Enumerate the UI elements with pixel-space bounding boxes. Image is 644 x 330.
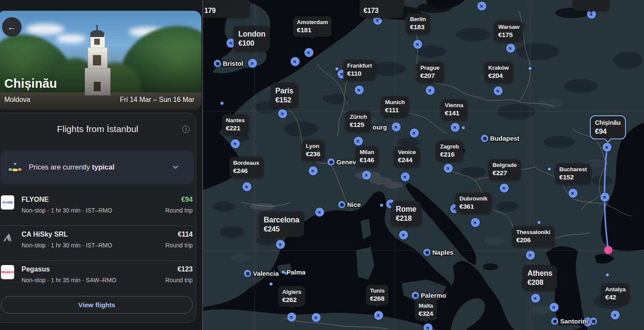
airport-marker[interactable]: ✈ xyxy=(410,129,419,138)
map-price-label-munich[interactable]: Munich€111 xyxy=(381,96,409,117)
label-price: €324 xyxy=(419,309,433,318)
map-price-label-dubrovnik[interactable]: Dubrovnik€361 xyxy=(456,193,491,213)
label-city-name: London xyxy=(238,29,265,39)
map-price-label-chisinau[interactable]: Chișinău€94 xyxy=(590,115,626,139)
info-icon[interactable]: i xyxy=(182,126,190,133)
price-insights-toggle[interactable]: Prices are currently typical xyxy=(1,151,194,184)
map-price-label-milan[interactable]: Milan€146 xyxy=(356,146,378,167)
map-price-label-algiers[interactable]: Algiers€262 xyxy=(278,286,305,307)
airport-marker[interactable]: ✈ xyxy=(531,294,540,303)
map-price-label-berlin[interactable]: Berlin€183 xyxy=(406,13,430,34)
label-price: €361 xyxy=(459,202,487,211)
airport-marker[interactable]: ✈ xyxy=(287,313,296,322)
map-price-label-nantes[interactable]: Nantes€221 xyxy=(222,114,249,135)
airport-marker[interactable]: ✈ xyxy=(374,311,383,320)
airport-marker[interactable]: ✈ xyxy=(506,44,515,53)
flights-panel-title: Flights from İstanbul xyxy=(0,124,195,134)
airport-marker[interactable]: ✈ xyxy=(550,303,559,312)
label-price: 179 xyxy=(204,6,216,15)
flight-row-flyone[interactable]: FLYONEFLYONENon-stop · 1 hr 30 min · IST… xyxy=(1,191,193,226)
map-price-label-zagreb[interactable]: Zagreb€216 xyxy=(436,141,463,161)
airport-marker[interactable]: ✈ xyxy=(315,208,324,217)
map-price-label-barcelona[interactable]: Barcelona€245 xyxy=(259,212,304,237)
label-price: €141 xyxy=(445,109,463,117)
airport-marker[interactable]: ✈ xyxy=(444,164,453,173)
map-price-label-venice[interactable]: Venice€244 xyxy=(394,146,420,167)
map-price-label-thessaloniki[interactable]: Thessaloniki€206 xyxy=(512,226,554,247)
airport-marker[interactable]: ✈ xyxy=(451,123,460,132)
airport-marker[interactable]: ✈ xyxy=(426,86,435,95)
map-price-label-prague[interactable]: Prague€207 xyxy=(416,62,444,83)
airport-marker[interactable]: ✈ xyxy=(478,2,487,11)
airport-marker[interactable]: ✈ xyxy=(399,231,408,240)
map-price-label-antalya[interactable]: Antalya€42 xyxy=(601,284,629,304)
map-price-label-amsterdam[interactable]: Amsterdam€181 xyxy=(293,16,332,37)
map-price-label-paris[interactable]: Paris€152 xyxy=(271,83,298,108)
airport-marker[interactable]: ✈ xyxy=(500,184,509,193)
back-button[interactable]: ← xyxy=(2,17,22,37)
map-city-label-bristol[interactable]: ✈Bristol xyxy=(214,60,243,67)
map-price-label-cut-179[interactable]: 179 xyxy=(200,0,250,18)
airport-marker[interactable]: ✈ xyxy=(276,240,285,249)
airport-marker[interactable]: ✈ xyxy=(494,86,503,96)
airport-marker[interactable]: ✈ xyxy=(243,182,252,191)
airport-marker[interactable]: ✈ xyxy=(611,311,620,320)
map-city-label-strasbourg-fragment[interactable]: ourg xyxy=(373,123,387,131)
view-flights-button[interactable]: View flights xyxy=(1,296,193,314)
map-price-label-krakow[interactable]: Kraków€204 xyxy=(484,62,513,83)
airport-marker[interactable]: ✈ xyxy=(413,40,422,49)
airport-marker[interactable]: ✈ xyxy=(248,59,257,68)
airport-marker[interactable]: ✈ xyxy=(231,139,240,148)
map-price-label-cut-top[interactable] xyxy=(573,0,609,11)
map-price-label-cut-173[interactable]: €173 xyxy=(360,0,404,18)
airport-marker[interactable]: ✈ xyxy=(312,313,321,322)
map-price-label-rome[interactable]: Rome€218 xyxy=(391,201,421,226)
airport-marker[interactable]: ✈ xyxy=(355,86,364,95)
flight-row-pegasus[interactable]: PEGASUSPegasusNon-stop · 1 hr 35 min · S… xyxy=(1,261,193,296)
map-price-label-belgrade[interactable]: Belgrade€227 xyxy=(489,159,521,180)
map-price-label-lyon[interactable]: Lyon€236 xyxy=(302,140,324,161)
airport-marker[interactable]: ✈ xyxy=(603,143,612,152)
airport-marker[interactable]: ✈ xyxy=(278,109,287,118)
airport-marker[interactable]: ✈ xyxy=(305,48,314,57)
map-price-label-zurich[interactable]: Zürich€125 xyxy=(346,111,371,132)
map-city-label-palma[interactable]: Palma xyxy=(282,268,305,276)
label-price: €42 xyxy=(605,293,626,302)
map-city-label-nice[interactable]: ✈Nice xyxy=(338,201,361,208)
label-price: €183 xyxy=(410,23,426,31)
airport-marker[interactable]: ✈ xyxy=(309,167,318,176)
map-city-label-naples[interactable]: ✈Naples xyxy=(423,249,453,256)
airport-marker[interactable]: ✈ xyxy=(362,171,371,180)
airport-marker[interactable]: ✈ xyxy=(569,189,578,198)
airport-marker[interactable]: ✈ xyxy=(471,218,480,227)
map-city-label-budapest[interactable]: ✈Budapest xyxy=(481,135,519,142)
airport-plane-icon: ✈ xyxy=(412,292,419,299)
label-price: €227 xyxy=(493,169,517,177)
map-price-label-bordeaux[interactable]: Bordeaux€246 xyxy=(229,157,263,178)
map-price-label-warsaw[interactable]: Warsaw€175 xyxy=(494,21,523,42)
map-price-label-tunis[interactable]: Tunis€268 xyxy=(366,285,388,305)
map-price-label-athens[interactable]: Athens€208 xyxy=(523,265,557,290)
airport-marker[interactable]: ✈ xyxy=(401,173,410,182)
chevron-down-icon[interactable] xyxy=(171,163,180,171)
map-city-label-valencia[interactable]: ✈Valencia xyxy=(244,270,279,277)
map-price-label-bucharest[interactable]: Bucharest€152 xyxy=(555,163,591,184)
airport-marker[interactable]: ✈ xyxy=(424,324,433,330)
map-city-label-santorini[interactable]: ✈Santorini✈ xyxy=(551,318,597,325)
label-city-name: Antalya xyxy=(605,286,626,293)
map-city-label-palermo[interactable]: ✈Palermo xyxy=(412,292,446,299)
map-price-label-malta[interactable]: Malta€324 xyxy=(415,300,437,321)
flight-details: Non-stop · 1 hr 35 min · SAW–RMO xyxy=(22,277,165,284)
airport-marker[interactable]: ✈ xyxy=(392,123,401,132)
panel-map-divider[interactable] xyxy=(202,0,203,330)
label-price: €125 xyxy=(350,120,367,129)
map-price-label-london[interactable]: London€100 xyxy=(234,26,270,51)
airport-marker[interactable]: ✈ xyxy=(526,251,535,260)
map-city-label-geneva[interactable]: ✈Geneva xyxy=(327,158,360,166)
map-price-label-frankfurt[interactable]: Frankfurt€110 xyxy=(343,60,376,80)
map-price-label-vienna[interactable]: Vienna€141 xyxy=(441,99,467,120)
flight-row-ca-hisky-srl[interactable]: CA HiSky SRLNon-stop · 1 hr 30 min · IST… xyxy=(1,226,193,261)
airport-marker[interactable]: ✈ xyxy=(354,137,363,146)
airport-marker[interactable]: ✈ xyxy=(601,193,610,202)
airport-marker[interactable]: ✈ xyxy=(291,57,300,66)
